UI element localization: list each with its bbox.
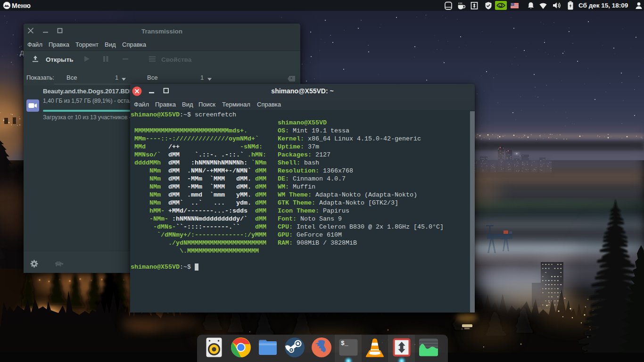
svg-text:$_: $_	[341, 340, 348, 347]
